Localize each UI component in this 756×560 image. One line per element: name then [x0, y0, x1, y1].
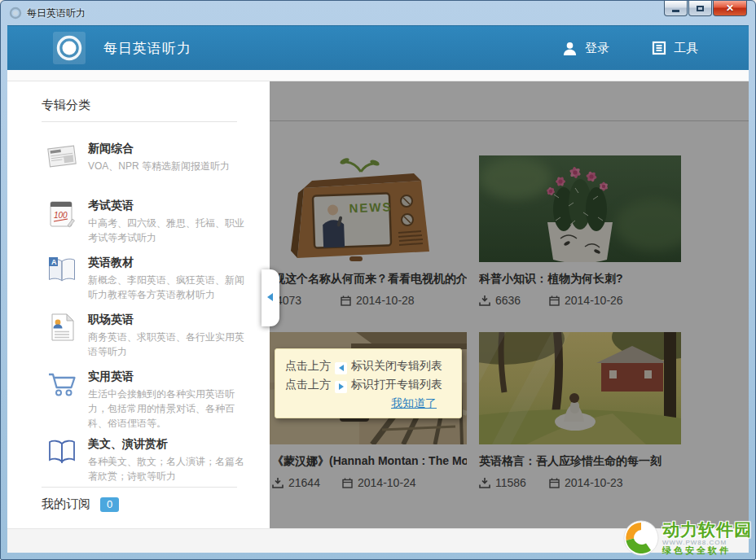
tooltip-text: 标识打开专辑列表	[351, 378, 442, 391]
watermark-slogan: 绿色安全软件	[662, 546, 752, 556]
sidebar-item-workplace[interactable]: 职场英语 商务英语、求职英语、各行业实用英语等听力	[46, 311, 248, 359]
tooltip-confirm-link[interactable]: 我知道了	[391, 396, 437, 409]
login-button[interactable]: 登录	[562, 41, 609, 56]
sidebar-item-news[interactable]: 新闻综合 VOA、NPR 等精选新闻报道听力	[46, 140, 248, 173]
login-label: 登录	[585, 41, 609, 56]
sidebar: 专辑分类 新闻综合 VOA、NPR 等精选新闻报道听力	[7, 81, 270, 528]
sidebar-item-subscriptions[interactable]: 我的订阅 0	[42, 497, 119, 512]
category-desc: 中高考、四六级、雅思、托福、职业考试等考试听力	[88, 216, 248, 245]
watermark-site-name: 动力软件园	[662, 521, 752, 539]
app-window: 每日英语听力 ✕ 每日英语听力 登录	[0, 0, 756, 560]
category-title: 实用英语	[88, 368, 248, 385]
exam-pad-icon: 100	[46, 197, 78, 230]
maximize-button[interactable]	[688, 1, 712, 16]
titlebar: 每日英语听力 ✕	[1, 1, 755, 25]
exam-score-label: 100	[54, 211, 68, 220]
maximize-icon	[697, 6, 704, 11]
close-button[interactable]: ✕	[713, 1, 747, 16]
category-desc: 各种美文、散文；名人演讲；名篇名著欣赏；诗歌等听力	[88, 454, 248, 483]
sidebar-heading: 专辑分类	[42, 98, 90, 113]
newspaper-icon	[46, 140, 78, 173]
subscription-count-badge: 0	[100, 497, 119, 512]
sidebar-item-essays[interactable]: 美文、演讲赏析 各种美文、散文；名人演讲；名篇名著欣赏；诗歌等听力	[46, 435, 248, 483]
sidebar-item-practical[interactable]: 实用英语 生活中会接触到的各种实用英语听力，包括常用的情景对话、各种百科、俗语俚…	[46, 368, 248, 431]
category-desc: VOA、NPR 等精选新闻报道听力	[88, 159, 248, 173]
category-title: 新闻综合	[88, 140, 248, 157]
tooltip-line-1: 点击上方标识关闭专辑列表	[285, 357, 453, 375]
watermark-logo-icon	[622, 519, 660, 557]
minimize-icon	[672, 10, 679, 12]
minimize-button[interactable]	[664, 1, 688, 16]
sidebar-item-exam[interactable]: 100 考试英语 中高考、四六级、雅思、托福、职业考试等考试听力	[46, 197, 248, 245]
collapse-arrow-icon	[267, 293, 273, 301]
textbook-icon: A	[46, 254, 78, 287]
resume-icon	[46, 311, 78, 343]
tooltip-text: 点击上方	[285, 378, 331, 391]
app-logo	[53, 32, 86, 64]
site-watermark: 动力软件园 WWW.PW88.COM 绿色安全软件	[622, 519, 752, 557]
category-desc: 新概念、李阳英语、疯狂英语、新闻听力教程等各方英语教材听力	[88, 273, 248, 302]
open-book-icon	[46, 435, 78, 468]
tools-button[interactable]: 工具	[652, 41, 698, 56]
category-title: 英语教材	[88, 254, 248, 271]
app-ring-icon	[9, 7, 22, 20]
app-header: 每日英语听力 登录 工具	[7, 25, 749, 70]
sidebar-item-textbook[interactable]: A 英语教材 新概念、李阳英语、疯狂英语、新闻听力教程等各方英语教材听力	[46, 254, 248, 302]
category-title: 考试英语	[88, 197, 248, 214]
app-name: 每日英语听力	[103, 39, 191, 58]
tutorial-tooltip: 点击上方标识关闭专辑列表 点击上方标识打开专辑列表 我知道了	[275, 348, 462, 418]
divider	[42, 487, 237, 488]
dim-overlay	[270, 81, 749, 528]
category-title: 职场英语	[88, 311, 248, 328]
right-arrow-icon	[335, 381, 347, 393]
sidebar-collapse-tab[interactable]	[262, 269, 279, 326]
window-title: 每日英语听力	[27, 7, 86, 20]
tooltip-text: 点击上方	[285, 359, 331, 372]
divider	[42, 121, 237, 122]
category-desc: 商务英语、求职英语、各行业实用英语等听力	[88, 330, 248, 359]
main-content: NEWS 视这个名称从何而来？看看电视机的介绍	[270, 81, 749, 528]
tools-label: 工具	[674, 41, 698, 56]
left-arrow-icon	[335, 362, 347, 374]
category-title: 美文、演讲赏析	[88, 435, 248, 453]
subheader-strip	[7, 70, 749, 81]
textbook-a-label: A	[51, 258, 57, 266]
close-icon: ✕	[726, 2, 734, 14]
tooltip-line-2: 点击上方标识打开专辑列表	[285, 375, 453, 394]
tools-list-icon	[652, 41, 666, 55]
cart-icon	[46, 368, 78, 400]
tooltip-text: 标识关闭专辑列表	[351, 359, 442, 372]
client-area: 每日英语听力 登录 工具	[7, 25, 749, 553]
user-icon	[562, 41, 578, 56]
app-logo-ring-icon	[54, 33, 85, 63]
subscription-label: 我的订阅	[42, 497, 90, 512]
category-desc: 生活中会接触到的各种实用英语听力，包括常用的情景对话、各种百科、俗语俚语等。	[88, 387, 248, 431]
